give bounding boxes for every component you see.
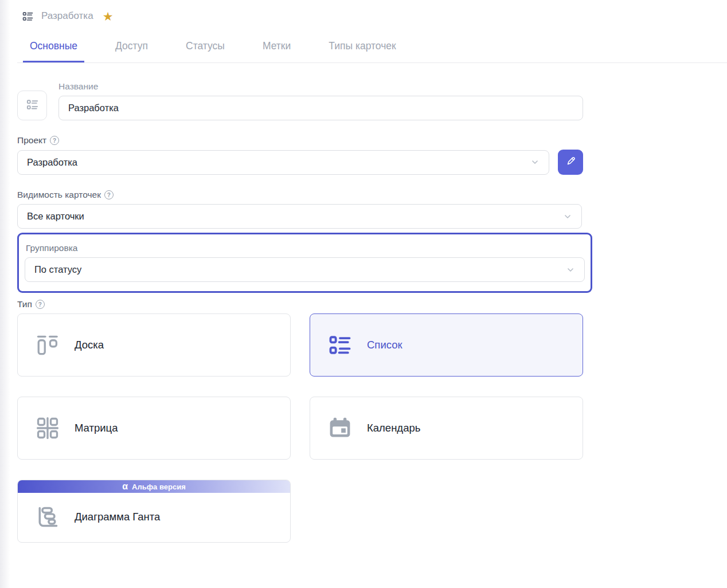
- project-section: Проект ? Разработка: [17, 135, 592, 175]
- type-option-label: Матрица: [75, 422, 118, 434]
- edit-project-button[interactable]: [558, 150, 583, 175]
- gantt-chart-icon: [35, 504, 60, 530]
- name-input[interactable]: [58, 96, 583, 120]
- type-options-grid: Доска Список: [17, 313, 592, 543]
- visibility-section: Видимость карточек ? Все карточки: [17, 190, 592, 229]
- list-icon: [26, 98, 39, 113]
- type-option-label: Диаграмма Ганта: [75, 511, 160, 523]
- tab-access[interactable]: Доступ: [108, 40, 155, 62]
- favorite-star-icon[interactable]: ★: [103, 10, 114, 22]
- name-label: Название: [58, 81, 98, 92]
- settings-tabs: Основные Доступ Статусы Метки Типы карто…: [17, 40, 727, 63]
- project-select[interactable]: Разработка: [17, 150, 549, 175]
- panel-edge-shadow: [0, 0, 10, 588]
- board-title: Разработка: [41, 10, 93, 22]
- calendar-icon: [327, 415, 353, 441]
- name-section: Название: [17, 81, 592, 120]
- alpha-version-banner: α Альфа версия: [18, 480, 290, 493]
- board-list-icon: [22, 10, 34, 22]
- visibility-help-icon[interactable]: ?: [104, 190, 114, 199]
- alpha-icon: α: [122, 482, 128, 491]
- project-label: Проект: [17, 135, 46, 146]
- board-header: Разработка ★: [22, 0, 592, 23]
- project-select-value: Разработка: [27, 157, 77, 168]
- board-settings-panel: Разработка ★ Основные Доступ Статусы Мет…: [17, 0, 592, 543]
- type-option-matrix[interactable]: Матрица: [17, 397, 291, 460]
- chevron-down-icon: [530, 158, 540, 167]
- chevron-down-icon: [566, 265, 575, 275]
- type-option-label: Доска: [75, 339, 104, 351]
- grouping-select-value: По статусу: [34, 264, 81, 275]
- board-columns-icon: [35, 332, 60, 358]
- chevron-down-icon: [563, 212, 572, 221]
- project-help-icon[interactable]: ?: [50, 136, 59, 145]
- tab-statuses[interactable]: Статусы: [179, 40, 232, 62]
- list-icon: [327, 332, 353, 358]
- type-help-icon[interactable]: ?: [36, 300, 45, 309]
- tab-main[interactable]: Основные: [23, 40, 84, 62]
- type-option-list[interactable]: Список: [310, 313, 583, 377]
- matrix-icon: [35, 415, 60, 441]
- type-option-label: Список: [367, 339, 402, 351]
- type-option-label: Календарь: [367, 422, 420, 434]
- tab-labels[interactable]: Метки: [256, 40, 298, 62]
- grouping-highlight-box: Группировка По статусу: [17, 233, 592, 293]
- pencil-icon: [565, 156, 576, 168]
- type-option-board[interactable]: Доска: [17, 313, 291, 377]
- alpha-badge-label: Альфа версия: [132, 483, 186, 491]
- type-option-calendar[interactable]: Календарь: [310, 397, 583, 460]
- tab-card-types[interactable]: Типы карточек: [322, 40, 402, 62]
- visibility-select[interactable]: Все карточки: [17, 204, 582, 229]
- grouping-label: Группировка: [26, 243, 77, 253]
- type-label: Тип: [17, 299, 32, 309]
- visibility-label: Видимость карточек: [17, 190, 101, 200]
- type-option-gantt[interactable]: α Альфа версия Диаграмма Ганта: [17, 480, 291, 543]
- grouping-select[interactable]: По статусу: [25, 257, 585, 282]
- board-type-preview: [17, 91, 47, 120]
- visibility-select-value: Все карточки: [27, 211, 84, 222]
